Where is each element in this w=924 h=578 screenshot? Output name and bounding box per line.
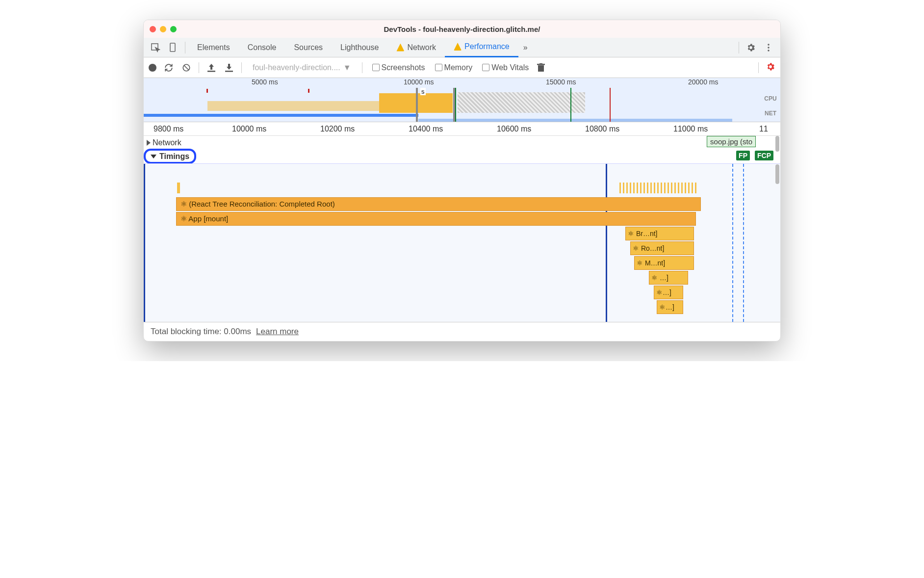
warning-icon (396, 44, 404, 52)
flame-react-root[interactable]: ⚛ (React Tree Reconciliation: Completed … (176, 197, 701, 211)
titlebar: DevTools - foul-heavenly-direction.glitc… (144, 20, 780, 38)
cpu-label: CPU (761, 95, 780, 102)
more-icon[interactable] (763, 42, 774, 53)
tab-sources[interactable]: Sources (285, 38, 332, 57)
fcp-marker[interactable]: FCP (755, 151, 773, 160)
clear-button[interactable] (181, 62, 192, 73)
flame-l1[interactable]: ⚛ …] (649, 271, 688, 285)
tbt-text: Total blocking time: 0.00ms (151, 327, 251, 337)
svg-rect-8 (538, 65, 544, 72)
tab-elements[interactable]: Elements (188, 38, 239, 57)
upload-button[interactable] (206, 62, 217, 73)
webvitals-checkbox[interactable]: Web Vitals (482, 63, 529, 72)
summary-footer: Total blocking time: 0.00ms Learn more (144, 322, 780, 341)
device-icon[interactable] (167, 42, 179, 53)
svg-rect-6 (207, 71, 215, 72)
learn-more-link[interactable]: Learn more (256, 327, 299, 337)
flame-ro[interactable]: ⚛ Ro…nt] (630, 241, 694, 255)
network-item-soop[interactable]: soop.jpg (sto (707, 136, 756, 147)
net-label: NET (761, 110, 780, 117)
overview-timeline[interactable]: 5000 ms 10000 ms 15000 ms 20000 ms s CPU… (144, 78, 780, 122)
tab-console[interactable]: Console (239, 38, 285, 57)
svg-point-4 (768, 50, 770, 52)
overview-ticks: 5000 ms 10000 ms 15000 ms 20000 ms (144, 78, 780, 88)
devtools-window: DevTools - foul-heavenly-direction.glitc… (143, 20, 781, 342)
capture-settings-icon[interactable] (766, 62, 775, 74)
minimize-icon[interactable] (160, 26, 166, 32)
tabs-more[interactable]: » (518, 38, 533, 57)
close-icon[interactable] (150, 26, 156, 32)
timings-section-header[interactable]: Timings FP FCP (144, 150, 780, 164)
chevron-right-icon (147, 140, 151, 146)
panel-tabs: Elements Console Sources Lighthouse Netw… (144, 38, 780, 57)
flame-panel[interactable]: Network soop.jpg (sto Timings FP FCP ⚛ (… (144, 136, 780, 322)
perf-toolbar: foul-heavenly-direction....▼ Screenshots… (144, 57, 780, 78)
svg-point-3 (768, 47, 770, 49)
svg-rect-1 (170, 43, 175, 52)
fp-marker[interactable]: FP (736, 151, 750, 160)
maximize-icon[interactable] (170, 26, 177, 32)
network-section-header[interactable]: Network soop.jpg (sto (144, 136, 780, 150)
flame-br[interactable]: ⚛ Br…nt] (625, 227, 694, 240)
tab-performance[interactable]: Performance (445, 38, 518, 57)
flame-l3[interactable]: ⚛…] (657, 300, 683, 314)
inspect-icon[interactable] (150, 42, 161, 53)
detail-ruler[interactable]: 9800 ms 10000 ms 10200 ms 10400 ms 10600… (144, 122, 780, 136)
flame-app-mount[interactable]: ⚛ App [mount] (176, 212, 696, 226)
screenshots-checkbox[interactable]: Screenshots (372, 63, 425, 72)
window-title: DevTools - foul-heavenly-direction.glitc… (384, 25, 540, 33)
reload-button[interactable] (163, 62, 174, 73)
flame-l2[interactable]: ⚛…] (654, 286, 683, 299)
tab-network[interactable]: Network (387, 38, 445, 57)
flame-m[interactable]: ⚛ M…nt] (634, 256, 694, 270)
settings-icon[interactable] (745, 42, 757, 53)
svg-point-2 (768, 44, 770, 46)
tab-lighthouse[interactable]: Lighthouse (332, 38, 387, 57)
scrollbar-thumb[interactable] (775, 164, 779, 184)
chevron-down-icon (151, 155, 156, 158)
scrollbar-thumb[interactable] (775, 136, 779, 152)
trash-icon[interactable] (536, 62, 546, 73)
timings-body[interactable]: ⚛ (React Tree Reconciliation: Completed … (144, 163, 780, 322)
record-button[interactable] (149, 64, 156, 72)
warning-icon (454, 43, 462, 51)
svg-rect-9 (537, 64, 545, 65)
svg-rect-7 (225, 71, 233, 72)
download-button[interactable] (224, 62, 234, 73)
profile-dropdown[interactable]: foul-heavenly-direction....▼ (249, 63, 355, 72)
memory-checkbox[interactable]: Memory (435, 63, 473, 72)
svg-rect-10 (539, 63, 542, 64)
timings-highlight: Timings (144, 149, 196, 164)
